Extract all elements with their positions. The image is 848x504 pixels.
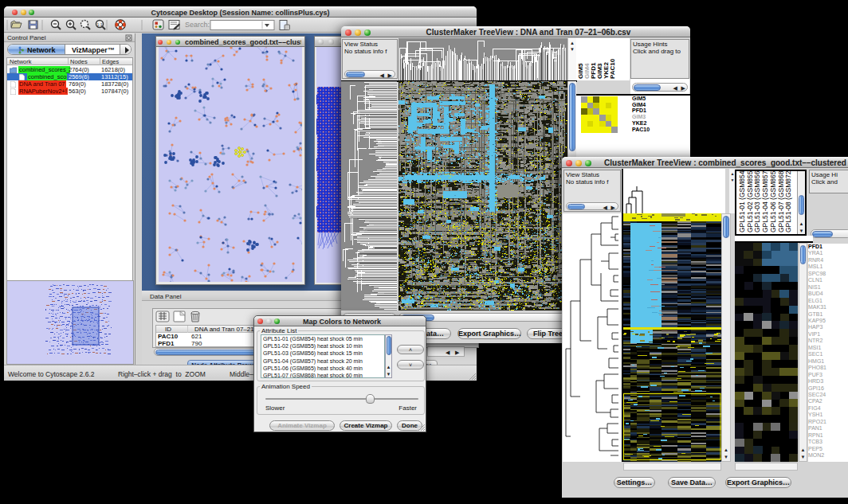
svg-text:GPL51-03 (GSM856): GPL51-03 (GSM856) (753, 171, 761, 232)
svg-text:GPL51-08 (GSM872): GPL51-08 (GSM872) (784, 171, 792, 232)
svg-text:1:1: 1:1 (97, 22, 103, 27)
svg-text:Search:: Search: (185, 21, 210, 29)
svg-text:PAC10: PAC10 (609, 58, 616, 79)
svg-text:GPL51-01 (GSM854): GPL51-01 (GSM854) (738, 171, 746, 232)
svg-text:GPL51-07 (GSM868): GPL51-07 (GSM868) (777, 171, 785, 232)
svg-text:GPL51-06 (GSM865): GPL51-06 (GSM865) (769, 171, 777, 232)
svg-text:GPL51-02 (GSM855): GPL51-02 (GSM855) (746, 171, 754, 232)
svg-text:GPL51-04 (GSM857): GPL51-04 (GSM857) (761, 171, 769, 232)
